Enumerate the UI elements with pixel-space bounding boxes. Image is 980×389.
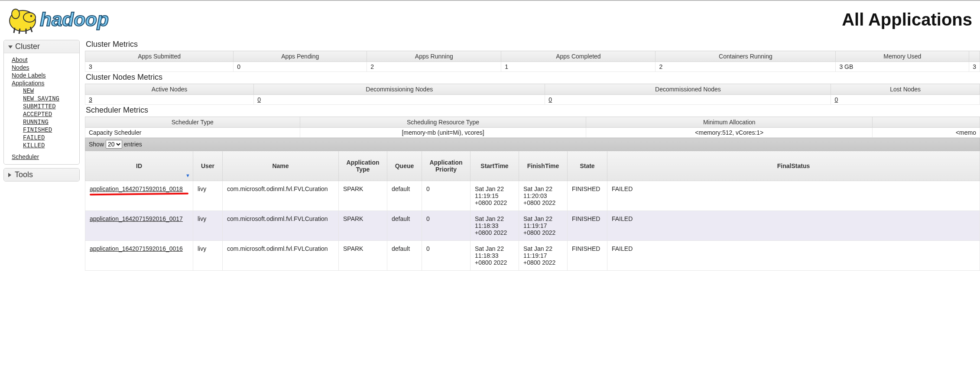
nav-app-failed[interactable]: FAILED [23, 134, 45, 141]
nav-applications[interactable]: Applications [12, 80, 45, 87]
sort-desc-icon: ▼ [185, 173, 190, 178]
cell-queue: default [387, 211, 422, 241]
cell-queue: default [387, 241, 422, 271]
col-app-type[interactable]: Application Type [339, 151, 387, 181]
cell-state: FINISHED [568, 211, 607, 241]
app-id-link[interactable]: application_1642071592016_0017 [90, 215, 183, 222]
th-lost-nodes[interactable]: Lost Nodes [831, 84, 980, 95]
cell-name: com.microsoft.odinml.fvl.FVLCuration [223, 181, 339, 211]
col-name[interactable]: Name [223, 151, 339, 181]
th-apps-pending[interactable]: Apps Pending [234, 51, 367, 62]
svg-text:hadoop: hadoop [40, 9, 109, 30]
td-apps-submitted: 3 [85, 62, 234, 72]
section-scheduler-metrics: Scheduler Metrics [85, 105, 980, 117]
col-state[interactable]: State [568, 151, 607, 181]
nav-app-killed[interactable]: KILLED [23, 142, 45, 149]
link-lost-nodes[interactable]: 0 [834, 96, 838, 103]
svg-point-1 [23, 13, 36, 22]
app-id-link[interactable]: application_1642071592016_0016 [90, 245, 183, 252]
th-apps-submitted[interactable]: Apps Submitted [85, 51, 234, 62]
cell-app-id: application_1642071592016_0018 [85, 181, 193, 211]
th-active-nodes[interactable]: Active Nodes [85, 84, 254, 95]
td-apps-running: 2 [367, 62, 501, 72]
app-id-link[interactable]: application_1642071592016_0018 [90, 185, 183, 192]
cell-user: livy [193, 241, 223, 271]
chevron-right-icon [8, 173, 11, 177]
nav-node-labels[interactable]: Node Labels [12, 72, 46, 79]
nav-app-running[interactable]: RUNNING [23, 119, 49, 126]
sidebar-panel-cluster: Cluster About Nodes Node Labels Applicat… [3, 40, 80, 165]
td-apps-completed: 1 [501, 62, 655, 72]
th-apps-running[interactable]: Apps Running [367, 51, 501, 62]
cell-finish: Sat Jan 22 11:20:03 +0800 2022 [519, 181, 568, 211]
cluster-metrics-table: Apps Submitted Apps Pending Apps Running… [85, 51, 980, 72]
cell-start: Sat Jan 22 11:18:33 +0800 2022 [471, 241, 519, 271]
col-id[interactable]: ID▼ [85, 151, 193, 181]
cell-start: Sat Jan 22 11:18:33 +0800 2022 [471, 211, 519, 241]
td-memory-used: 3 GB [836, 62, 969, 72]
th-max-alloc[interactable] [873, 117, 980, 128]
chevron-down-icon [8, 45, 13, 49]
col-start[interactable]: StartTime [471, 151, 519, 181]
cell-app-type: SPARK [339, 241, 387, 271]
cell-user: livy [193, 181, 223, 211]
cluster-nodes-metrics-table: Active Nodes Decommissioning Nodes Decom… [85, 84, 980, 105]
datatable-toolbar: Show 20 entries [85, 138, 980, 151]
nav-app-new-saving[interactable]: NEW_SAVING [23, 95, 59, 102]
td-containers-running: 2 [655, 62, 836, 72]
show-label-post: entries [124, 141, 142, 148]
show-label-pre: Show [89, 141, 104, 148]
th-apps-completed[interactable]: Apps Completed [501, 51, 655, 62]
cell-start: Sat Jan 22 11:19:15 +0800 2022 [471, 181, 519, 211]
nav-app-new[interactable]: NEW [23, 88, 34, 94]
nav-about[interactable]: About [12, 56, 28, 63]
cell-state: FINISHED [568, 241, 607, 271]
cell-finish: Sat Jan 22 11:19:17 +0800 2022 [519, 211, 568, 241]
th-memory-used[interactable]: Memory Used [836, 51, 969, 62]
cell-app-type: SPARK [339, 181, 387, 211]
link-decommed-nodes[interactable]: 0 [548, 96, 552, 103]
cell-final-status: FAILED [607, 211, 980, 241]
th-containers-running[interactable]: Containers Running [655, 51, 836, 62]
th-more [969, 51, 980, 62]
cell-priority: 0 [422, 181, 471, 211]
cell-final-status: FAILED [607, 181, 980, 211]
td-more: 3 [969, 62, 980, 72]
svg-point-3 [30, 15, 32, 17]
col-finish[interactable]: FinishTime [519, 151, 568, 181]
sidebar-title-tools: Tools [15, 170, 33, 179]
col-final-status[interactable]: FinalStatus [607, 151, 980, 181]
nav-app-accepted[interactable]: ACCEPTED [23, 111, 52, 118]
sidebar-panel-tools: Tools [3, 168, 80, 182]
cell-finish: Sat Jan 22 11:19:17 +0800 2022 [519, 241, 568, 271]
sidebar-panel-header-tools[interactable]: Tools [4, 169, 79, 181]
nav-app-submitted[interactable]: SUBMITTED [23, 103, 56, 110]
sidebar-panel-header-cluster[interactable]: Cluster [4, 40, 79, 53]
th-min-alloc[interactable]: Minimum Allocation [586, 117, 873, 128]
nav-nodes[interactable]: Nodes [12, 64, 29, 71]
td-sched-type: Capacity Scheduler [85, 128, 300, 138]
td-apps-pending: 0 [234, 62, 367, 72]
hadoop-logo: hadoop [6, 4, 140, 35]
annotation-underline [90, 193, 188, 195]
th-decomm-nodes[interactable]: Decommissioning Nodes [254, 84, 545, 95]
cell-app-id: application_1642071592016_0016 [85, 241, 193, 271]
th-decommed-nodes[interactable]: Decommissioned Nodes [545, 84, 831, 95]
cell-app-type: SPARK [339, 211, 387, 241]
page-size-select[interactable]: 20 [106, 140, 122, 149]
link-decomm-nodes[interactable]: 0 [257, 96, 261, 103]
td-max-alloc: <memo [873, 128, 980, 138]
cell-priority: 0 [422, 211, 471, 241]
col-user[interactable]: User [193, 151, 223, 181]
col-queue[interactable]: Queue [387, 151, 422, 181]
th-sched-resource-type[interactable]: Scheduling Resource Type [300, 117, 586, 128]
link-active-nodes[interactable]: 3 [89, 96, 92, 103]
col-priority[interactable]: Application Priority [422, 151, 471, 181]
nav-scheduler[interactable]: Scheduler [12, 153, 39, 160]
nav-app-finished[interactable]: FINISHED [23, 126, 52, 133]
th-sched-type[interactable]: Scheduler Type [85, 117, 300, 128]
cell-state: FINISHED [568, 181, 607, 211]
sidebar-title-cluster: Cluster [15, 42, 40, 51]
section-cluster-metrics: Cluster Metrics [85, 39, 980, 51]
cell-name: com.microsoft.odinml.fvl.FVLCuration [223, 211, 339, 241]
